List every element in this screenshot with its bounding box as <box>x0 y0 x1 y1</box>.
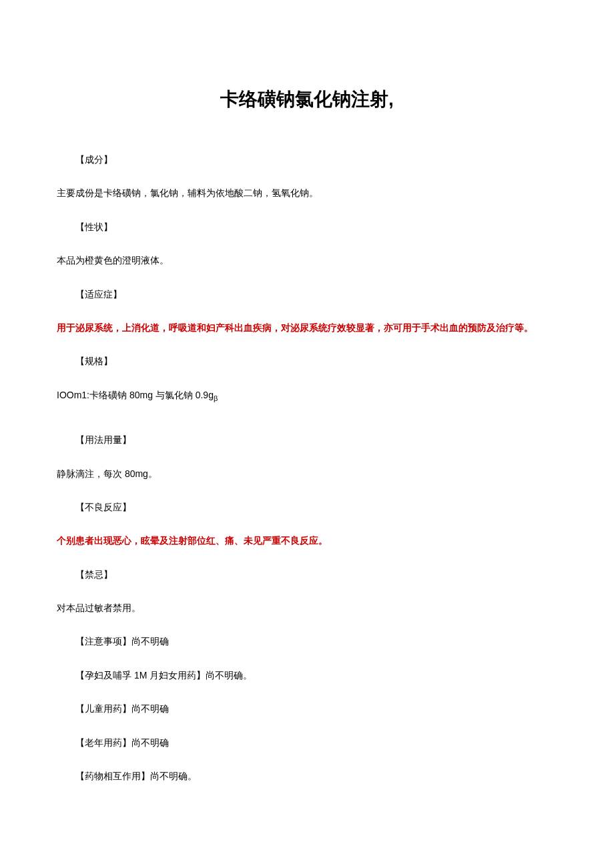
specification-text-sub: β <box>214 394 218 402</box>
indications-text: 用于泌尿系统，上消化道，呼吸道和妇产科出血疾病，对泌尿系统疗效较显著，亦可用于手… <box>57 320 557 335</box>
properties-label: 【性状】 <box>75 220 557 234</box>
pediatric-text: 【儿童用药】尚不明确 <box>75 701 557 716</box>
adverse-text: 个别患者出现恶心，眩晕及注射部位红、痛、未见严重不良反应。 <box>57 533 557 548</box>
document-title: 卡络磺钠氯化钠注射, <box>57 87 557 112</box>
dosage-text: 静脉滴注，每次 80mg。 <box>57 466 557 481</box>
specification-label: 【规格】 <box>75 354 557 368</box>
pregnancy-text: 【孕妇及哺孚 1M 月妇女用药】尚不明确。 <box>75 668 557 683</box>
composition-text: 主要成份是卡络磺钠，氯化钠，辅料为依地酸二钠，氢氧化钠。 <box>57 185 557 200</box>
dosage-label: 【用法用量】 <box>75 432 557 447</box>
specification-text: IOOm1:卡络磺钠 80mg 与氯化钠 0.9gβ <box>57 388 557 404</box>
indications-label: 【适应症】 <box>75 287 557 302</box>
contraindications-label: 【禁忌】 <box>75 567 557 582</box>
composition-label: 【成分】 <box>75 152 557 167</box>
precautions-text: 【注意事项】尚不明确 <box>75 634 557 648</box>
adverse-label: 【不良反应】 <box>75 500 557 514</box>
document-page: 卡络磺钠氯化钠注射, 【成分】 主要成份是卡络磺钠，氯化钠，辅料为依地酸二钠，氢… <box>0 0 614 842</box>
interactions-text: 【药物相互作用】尚不明确。 <box>75 769 557 783</box>
geriatric-text: 【老年用药】尚不明确 <box>75 735 557 750</box>
specification-text-main: IOOm1:卡络磺钠 80mg 与氯化钠 0.9g <box>57 390 214 400</box>
contraindications-text: 对本品过敏者禁用。 <box>57 600 557 615</box>
properties-text: 本品为橙黄色的澄明液体。 <box>57 253 557 268</box>
